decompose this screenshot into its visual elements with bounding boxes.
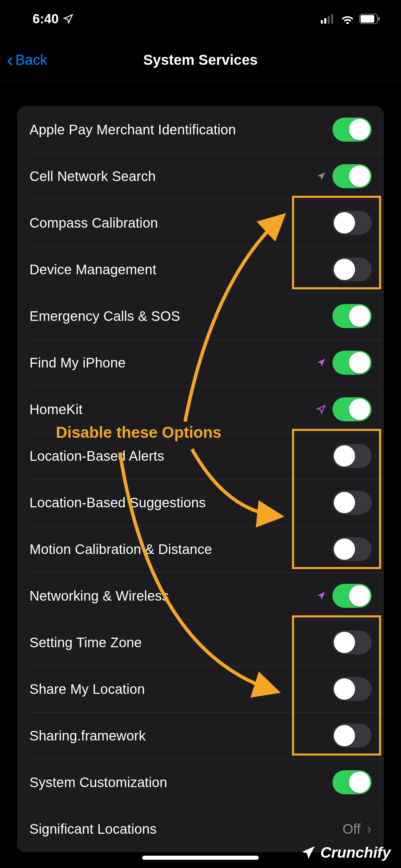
row-label: Location-Based Suggestions	[29, 495, 206, 510]
settings-row[interactable]: Compass Calibration	[17, 200, 384, 246]
toggle-knob	[334, 678, 355, 700]
row-label: Find My iPhone	[29, 355, 126, 371]
settings-row[interactable]: System Customization	[17, 759, 384, 806]
battery-icon	[359, 14, 380, 24]
watermark-icon	[300, 844, 317, 861]
row-label: HomeKit	[29, 402, 83, 417]
svg-rect-2	[328, 16, 330, 24]
toggle-knob	[349, 305, 370, 327]
toggle-switch[interactable]	[332, 304, 372, 328]
toggle-switch[interactable]	[332, 630, 372, 654]
toggle-switch[interactable]	[332, 677, 372, 701]
watermark: Crunchify	[300, 844, 391, 861]
watermark-text: Crunchify	[320, 844, 391, 861]
row-label: Significant Locations	[29, 821, 157, 837]
settings-row[interactable]: Sharing.framework	[17, 712, 384, 759]
toggle-knob	[334, 212, 355, 233]
toggle-knob	[349, 399, 370, 420]
settings-row[interactable]: Motion Calibration & Distance	[17, 526, 384, 572]
row-label: Sharing.framework	[29, 728, 146, 744]
settings-row[interactable]: Setting Time Zone	[17, 619, 384, 666]
toggle-switch[interactable]	[332, 118, 372, 142]
row-accessory	[316, 584, 372, 608]
row-accessory	[316, 351, 372, 375]
toggle-knob	[334, 445, 355, 467]
row-accessory	[332, 304, 372, 328]
status-left: 6:40	[33, 12, 74, 26]
location-indicator-icon	[316, 404, 326, 414]
toggle-switch[interactable]	[332, 537, 372, 561]
row-accessory	[332, 537, 372, 561]
svg-rect-6	[378, 17, 380, 21]
row-label: Apple Pay Merchant Identification	[29, 122, 236, 137]
toggle-knob	[334, 632, 355, 653]
row-accessory: Off›	[342, 821, 372, 837]
toggle-knob	[334, 725, 355, 746]
row-label: Networking & Wireless	[29, 588, 169, 604]
toggle-knob	[334, 539, 355, 560]
settings-row[interactable]: Device Management	[17, 246, 384, 293]
toggle-knob	[334, 259, 355, 280]
row-accessory	[332, 677, 372, 701]
toggle-switch[interactable]	[332, 770, 372, 794]
row-accessory	[332, 770, 372, 794]
chevron-right-icon: ›	[367, 821, 372, 837]
settings-row[interactable]: HomeKit	[17, 386, 384, 433]
settings-group: Apple Pay Merchant Identification Cell N…	[17, 106, 384, 852]
status-right	[321, 14, 380, 24]
toggle-knob	[349, 166, 370, 187]
toggle-switch[interactable]	[332, 257, 372, 281]
row-accessory	[332, 630, 372, 654]
toggle-switch[interactable]	[332, 351, 372, 375]
row-label: Setting Time Zone	[29, 635, 142, 650]
back-button[interactable]: ‹ Back	[7, 50, 47, 70]
row-accessory	[316, 397, 372, 421]
toggle-knob	[349, 772, 370, 793]
toggle-switch[interactable]	[332, 211, 372, 235]
row-label: Location-Based Alerts	[29, 448, 164, 464]
row-accessory	[332, 211, 372, 235]
back-label: Back	[15, 52, 47, 68]
settings-row[interactable]: Cell Network Search	[17, 153, 384, 200]
status-bar: 6:40	[0, 0, 401, 38]
row-label: Share My Location	[29, 682, 145, 697]
settings-row[interactable]: Networking & Wireless	[17, 572, 384, 619]
settings-row[interactable]: Find My iPhone	[17, 339, 384, 386]
row-label: Motion Calibration & Distance	[29, 542, 212, 557]
row-accessory	[332, 257, 372, 281]
row-label: System Customization	[29, 775, 167, 790]
toggle-knob	[349, 585, 370, 606]
toggle-knob	[334, 492, 355, 513]
row-accessory	[332, 491, 372, 515]
row-accessory	[316, 164, 372, 188]
location-indicator-icon	[316, 171, 326, 181]
row-label: Emergency Calls & SOS	[29, 309, 180, 324]
settings-row[interactable]: Location-Based Alerts	[17, 433, 384, 479]
toggle-switch[interactable]	[332, 444, 372, 468]
settings-row[interactable]: Location-Based Suggestions	[17, 479, 384, 526]
settings-row[interactable]: Emergency Calls & SOS	[17, 293, 384, 339]
svg-rect-1	[324, 18, 326, 24]
row-label: Device Management	[29, 262, 156, 277]
toggle-switch[interactable]	[332, 584, 372, 608]
location-indicator-icon	[316, 591, 326, 601]
page-title: System Services	[0, 52, 401, 68]
settings-row[interactable]: Share My Location	[17, 666, 384, 712]
navigation-bar: ‹ Back System Services	[0, 38, 401, 82]
home-indicator	[142, 856, 259, 860]
toggle-switch[interactable]	[332, 164, 372, 188]
toggle-switch[interactable]	[332, 724, 372, 748]
toggle-switch[interactable]	[332, 491, 372, 515]
row-accessory	[332, 444, 372, 468]
row-value: Off	[342, 821, 361, 837]
location-arrow-icon	[63, 13, 74, 24]
svg-rect-5	[361, 15, 374, 23]
toggle-knob	[349, 352, 370, 373]
toggle-switch[interactable]	[332, 397, 372, 421]
row-label: Cell Network Search	[29, 169, 156, 184]
location-indicator-icon	[316, 358, 326, 368]
wifi-icon	[341, 14, 354, 24]
svg-rect-3	[331, 14, 333, 24]
settings-row[interactable]: Apple Pay Merchant Identification	[17, 106, 384, 153]
row-label: Compass Calibration	[29, 215, 158, 231]
